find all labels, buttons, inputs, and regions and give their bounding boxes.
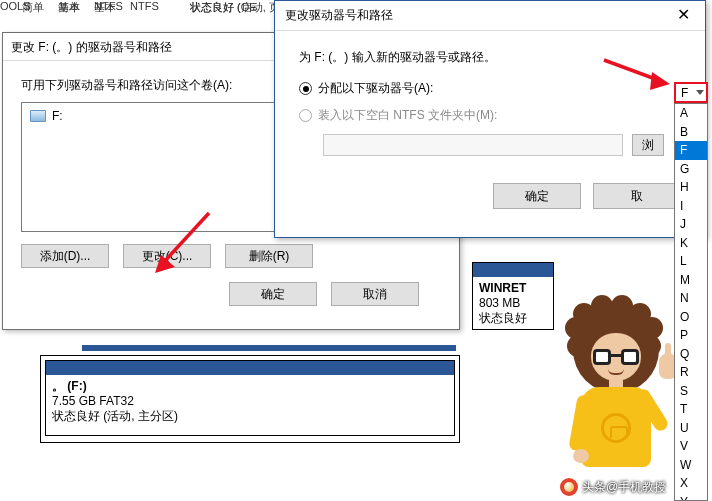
drive-letter-option[interactable]: V <box>675 437 707 456</box>
drive-letter-option[interactable]: P <box>675 326 707 345</box>
partition-header <box>46 361 454 375</box>
partition-header <box>473 263 553 277</box>
drive-letter-option[interactable]: K <box>675 234 707 253</box>
dialog2-intro: 为 F: (。) 输入新的驱动器号或路径。 <box>299 49 681 66</box>
drive-letter-option[interactable]: G <box>675 160 707 179</box>
partition-header-strip <box>82 345 456 351</box>
drive-letter-option[interactable]: T <box>675 400 707 419</box>
partition-size: 7.55 GB FAT32 <box>52 394 134 408</box>
watermark-text: 头条@手机教授 <box>582 479 666 496</box>
chevron-down-icon <box>696 90 704 95</box>
toutiao-logo-icon <box>560 478 578 496</box>
partition-status: 状态良好 <box>479 311 527 325</box>
partition-size: 803 MB <box>479 296 520 310</box>
drive-letter-option[interactable]: B <box>675 123 707 142</box>
add-button[interactable]: 添加(D)... <box>21 244 109 268</box>
remove-button[interactable]: 删除(R) <box>225 244 313 268</box>
browse-button[interactable]: 浏 <box>632 134 664 156</box>
list-item-label: F: <box>52 109 63 123</box>
drive-letter-option[interactable]: X <box>675 474 707 493</box>
radio-checked-icon <box>299 82 312 95</box>
cancel-button-2[interactable]: 取 <box>593 183 681 209</box>
drive-letter-option[interactable]: L <box>675 252 707 271</box>
drive-letter-combobox[interactable]: F <box>674 82 708 103</box>
dialog2-title: 更改驱动器号和路径 <box>285 7 393 24</box>
partition-name: WINRET <box>479 281 526 295</box>
close-button[interactable]: ✕ <box>661 1 705 31</box>
drive-letter-option[interactable]: F <box>675 141 707 160</box>
ok-button-2[interactable]: 确定 <box>493 183 581 209</box>
assign-letter-dialog: 更改驱动器号和路径 ✕ 为 F: (。) 输入新的驱动器号或路径。 分配以下驱动… <box>274 0 706 238</box>
drive-icon <box>30 110 46 122</box>
drive-letter-option[interactable]: Y <box>675 493 707 502</box>
drive-letter-option[interactable]: O <box>675 308 707 327</box>
ok-button[interactable]: 确定 <box>229 282 317 306</box>
mount-folder-radio[interactable]: 装入以下空白 NTFS 文件夹中(M): <box>299 107 681 124</box>
drive-letter-option[interactable]: A <box>675 104 707 123</box>
drive-letter-option[interactable]: W <box>675 456 707 475</box>
combobox-value: F <box>681 86 688 100</box>
drive-letter-option[interactable]: U <box>675 419 707 438</box>
partition-tile-f[interactable]: 。 (F:) 7.55 GB FAT32 状态良好 (活动, 主分区) <box>40 355 460 443</box>
partition-name: 。 (F:) <box>52 379 87 393</box>
partition-status: 状态良好 (活动, 主分区) <box>52 409 178 423</box>
mount-folder-label: 装入以下空白 NTFS 文件夹中(M): <box>318 107 497 124</box>
drive-letter-dropdown[interactable]: ABFGHIJKLMNOPQRSTUVWXY <box>674 103 708 501</box>
radio-unchecked-icon <box>299 109 312 122</box>
assign-letter-label: 分配以下驱动器号(A): <box>318 80 433 97</box>
cartoon-character <box>553 307 683 497</box>
drive-letter-option[interactable]: I <box>675 197 707 216</box>
partition-tile-winret[interactable]: WINRET 803 MB 状态良好 <box>472 262 554 330</box>
drive-letter-option[interactable]: R <box>675 363 707 382</box>
drive-letter-option[interactable]: N <box>675 289 707 308</box>
cancel-button[interactable]: 取消 <box>331 282 419 306</box>
drive-letter-option[interactable]: H <box>675 178 707 197</box>
drive-letter-option[interactable]: M <box>675 271 707 290</box>
assign-letter-radio[interactable]: 分配以下驱动器号(A): <box>299 80 681 97</box>
change-button[interactable]: 更改(C)... <box>123 244 211 268</box>
mount-path-input <box>323 134 623 156</box>
drive-letter-option[interactable]: S <box>675 382 707 401</box>
drive-letter-option[interactable]: Q <box>675 345 707 364</box>
drive-letter-option[interactable]: J <box>675 215 707 234</box>
watermark: 头条@手机教授 <box>560 478 666 496</box>
